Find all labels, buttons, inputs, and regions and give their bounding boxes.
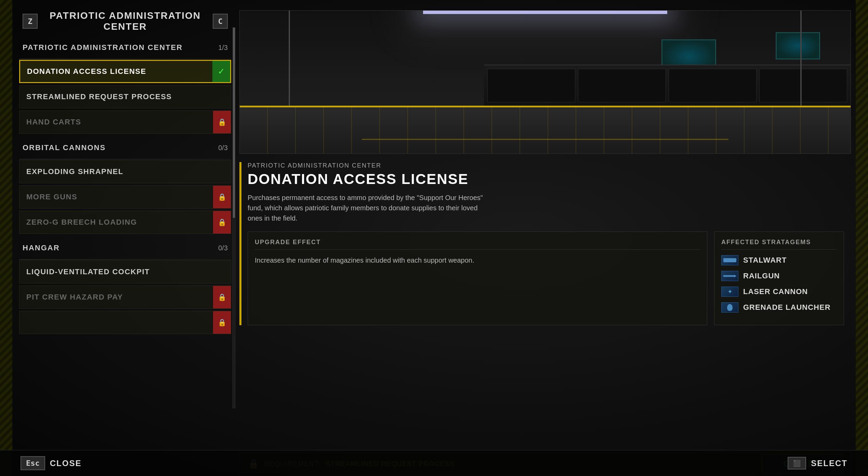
- select-action: ⬛ SELECT: [788, 457, 847, 470]
- close-label: CLOSE: [50, 459, 82, 468]
- console-unit-1: [487, 69, 575, 102]
- upgrade-effect-text: Increases the number of magazines includ…: [255, 255, 700, 265]
- upgrade-item-liquid-ventilated[interactable]: LIQUID-VENTILATED COCKPIT: [19, 260, 231, 283]
- category-name-hangar: HANGAR: [23, 243, 60, 252]
- info-accent-bar: [239, 162, 241, 325]
- preview-image: [239, 10, 851, 154]
- details-row: UPGRADE EFFECT Increases the number of m…: [248, 232, 844, 325]
- pillar-left: [289, 11, 290, 106]
- upgrade-item-streamlined[interactable]: STREAMLINED REQUEST PROCESS: [19, 85, 231, 108]
- stratagem-item-railgun: RAILGUN: [721, 271, 837, 281]
- category-header-orbital: ORBITAL CANNONS 0/3: [19, 139, 231, 156]
- laser-cannon-icon: [721, 287, 738, 297]
- floor-yellow-stripe: [240, 106, 851, 107]
- upgrade-item-name-mg: MORE GUNS: [26, 193, 77, 201]
- stalwart-name: STALWART: [743, 256, 787, 265]
- info-title: DONATION ACCESS LICENSE: [248, 171, 844, 187]
- left-stripe-decoration: [0, 0, 12, 476]
- laser-cannon-name: LASER CANNON: [743, 287, 808, 296]
- upgrade-item-name-es: EXPLODING SHRAPNEL: [26, 167, 123, 176]
- upgrade-item-zero-g[interactable]: ZERO-G BREECH LOADING 🔒: [19, 211, 231, 234]
- right-stripe-decoration: [856, 0, 868, 476]
- info-content: PATRIOTIC ADMINISTRATION CENTER DONATION…: [248, 162, 844, 325]
- category-header-hangar: HANGAR 0/3: [19, 239, 231, 256]
- console-unit-2: [578, 69, 666, 102]
- left-panel: Z PATRIOTIC ADMINISTRATION CENTER C PATR…: [12, 0, 238, 476]
- room-screen-secondary: [776, 32, 820, 60]
- upgrade-item-hidden[interactable]: 🔒: [19, 311, 231, 334]
- category-header-pac: PATRIOTIC ADMINISTRATION CENTER 1/3: [19, 39, 231, 56]
- grenade-launcher-icon: [721, 302, 738, 313]
- select-label: SELECT: [811, 459, 847, 468]
- affected-stratagems-title: AFFECTED STRATAGEMS: [721, 239, 837, 250]
- stalwart-icon: [721, 255, 738, 265]
- category-name-pac: PATRIOTIC ADMINISTRATION CENTER: [23, 43, 183, 52]
- railgun-icon: [721, 271, 738, 281]
- check-icon-dal: ✓: [212, 61, 230, 82]
- upgrade-item-exploding-shrapnel[interactable]: EXPLODING SHRAPNEL: [19, 160, 231, 183]
- upgrade-item-donation-access-license[interactable]: DONATION ACCESS LICENSE ✓: [19, 60, 231, 83]
- upgrade-item-more-guns[interactable]: MORE GUNS 🔒: [19, 185, 231, 209]
- upgrade-item-name-zg: ZERO-G BREECH LOADING: [26, 218, 137, 227]
- category-divider-3: [19, 259, 231, 260]
- close-action: Esc CLOSE: [21, 456, 81, 470]
- lock-icon-hidden: 🔒: [213, 311, 231, 334]
- category-count-orbital: 0/3: [218, 144, 228, 152]
- screen-glow-2: [777, 33, 819, 58]
- scroll-thumb: [233, 28, 235, 218]
- stratagem-item-stalwart: STALWART: [721, 255, 837, 265]
- key-z-badge[interactable]: Z: [23, 14, 38, 29]
- panel-header: Z PATRIOTIC ADMINISTRATION CENTER C: [19, 10, 231, 32]
- floor-marking: [362, 139, 728, 140]
- pillar-right: [800, 11, 802, 106]
- upgrade-item-name-hc: HAND CARTS: [26, 118, 81, 127]
- key-c-badge[interactable]: C: [213, 14, 228, 29]
- lock-icon-mg: 🔒: [213, 186, 231, 208]
- info-description: Purchases permanent access to ammo provi…: [248, 193, 487, 223]
- lock-icon-hc: 🔒: [213, 111, 231, 133]
- info-section: PATRIOTIC ADMINISTRATION CENTER DONATION…: [239, 154, 851, 325]
- grenade-launcher-name: GRENADE LAUNCHER: [743, 303, 831, 312]
- bottom-bar: Esc CLOSE ⬛ SELECT: [0, 450, 868, 476]
- category-count-hangar: 0/3: [218, 244, 228, 252]
- upgrade-item-hand-carts[interactable]: HAND CARTS 🔒: [19, 110, 231, 134]
- upgrade-item-name-pch: PIT CREW HAZARD PAY: [26, 293, 123, 302]
- lock-icon-zg: 🔒: [213, 211, 231, 234]
- upgrade-effect-title: UPGRADE EFFECT: [255, 239, 700, 250]
- affected-stratagems-box: AFFECTED STRATAGEMS STALWART RAILGUN LAS…: [714, 232, 844, 325]
- lock-icon-pch: 🔒: [213, 286, 231, 308]
- stratagem-item-laser-cannon: LASER CANNON: [721, 287, 837, 297]
- railgun-name: RAILGUN: [743, 272, 780, 280]
- category-divider-1: [19, 59, 231, 59]
- close-key[interactable]: Esc: [21, 456, 45, 470]
- category-count-pac: 1/3: [218, 44, 228, 52]
- category-divider-2: [19, 159, 231, 159]
- panel-title: PATRIOTIC ADMINISTRATION CENTER: [38, 10, 213, 32]
- console-units: [484, 65, 851, 106]
- upgrade-item-name-lvc: LIQUID-VENTILATED COCKPIT: [26, 267, 150, 276]
- upgrade-item-name-dal: DONATION ACCESS LICENSE: [27, 67, 146, 76]
- room-floor-lines: [240, 106, 851, 154]
- category-name-orbital: ORBITAL CANNONS: [23, 143, 106, 152]
- select-key[interactable]: ⬛: [788, 457, 806, 470]
- info-category-label: PATRIOTIC ADMINISTRATION CENTER: [248, 162, 844, 169]
- stratagem-item-grenade-launcher: GRENADE LAUNCHER: [721, 302, 837, 313]
- console-unit-3: [669, 69, 757, 102]
- console-unit-4: [759, 69, 847, 102]
- ceiling-light: [423, 11, 667, 14]
- upgrade-item-name-srp: STREAMLINED REQUEST PROCESS: [26, 92, 172, 101]
- scrollbar[interactable]: [233, 27, 235, 408]
- upgrade-effect-box: UPGRADE EFFECT Increases the number of m…: [248, 232, 707, 325]
- right-panel: PATRIOTIC ADMINISTRATION CENTER DONATION…: [239, 10, 851, 449]
- upgrade-item-pit-crew[interactable]: PIT CREW HAZARD PAY 🔒: [19, 286, 231, 309]
